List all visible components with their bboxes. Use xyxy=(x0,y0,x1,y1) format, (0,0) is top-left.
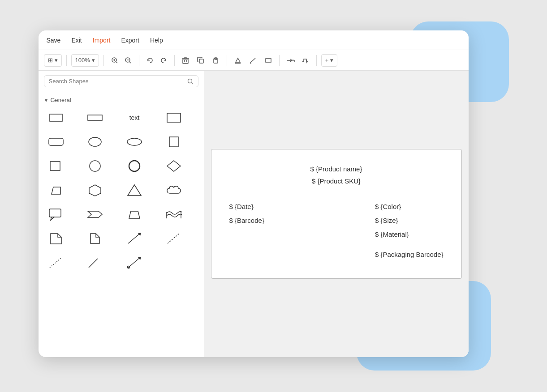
layout-button[interactable]: ⊞ ▾ xyxy=(44,54,62,67)
shape-line-diag1[interactable] xyxy=(122,229,146,248)
shape-ellipse[interactable] xyxy=(83,132,107,152)
sep7 xyxy=(316,55,317,66)
zoom-level-button[interactable]: 100% ▾ xyxy=(71,54,99,67)
svg-line-44 xyxy=(128,234,140,243)
diagram-material: $ {Material} xyxy=(375,228,444,240)
shape-square[interactable] xyxy=(162,132,186,152)
svg-rect-38 xyxy=(49,209,61,217)
svg-text:▾: ▾ xyxy=(293,59,295,63)
pen-button[interactable] xyxy=(247,54,259,67)
shape-text[interactable]: text xyxy=(122,108,146,128)
shape-square2[interactable] xyxy=(44,156,68,176)
rect-icon xyxy=(265,57,272,64)
svg-line-6 xyxy=(129,62,131,63)
menu-help[interactable]: Help xyxy=(149,35,164,46)
menu-bar: Save Exit Import Export Help xyxy=(39,30,469,50)
svg-marker-45 xyxy=(138,233,141,236)
menu-import[interactable]: Import xyxy=(92,35,112,46)
layout-dropdown-icon: ▾ xyxy=(55,57,58,64)
shape-doc1[interactable] xyxy=(44,229,68,248)
zoom-in-button[interactable] xyxy=(108,54,121,67)
undo-icon xyxy=(146,57,154,64)
shapes-row-4 xyxy=(44,180,198,200)
shape-small-rect[interactable] xyxy=(44,108,68,128)
zoom-out-button[interactable] xyxy=(122,54,134,67)
waypoint-button[interactable] xyxy=(299,54,312,67)
zoom-label: 100% xyxy=(75,57,90,64)
svg-point-22 xyxy=(188,79,192,83)
sidebar-scroll: ▼ General text xyxy=(39,92,204,357)
diagram-header: $ {Product name} $ {Product SKU} xyxy=(229,163,444,187)
shapes-row-6 xyxy=(44,229,198,248)
rect-button[interactable] xyxy=(262,54,275,67)
menu-exit[interactable]: Exit xyxy=(70,35,82,46)
sep1 xyxy=(66,55,67,66)
arrow-icon: ▾ xyxy=(286,57,295,64)
svg-line-49 xyxy=(128,258,140,268)
sep4 xyxy=(174,55,175,66)
shape-doc2[interactable] xyxy=(83,229,107,248)
shape-wide-ellipse[interactable] xyxy=(122,132,146,152)
diagram-size: $ {Size} xyxy=(375,214,444,226)
svg-marker-36 xyxy=(89,185,101,196)
arrow-button[interactable]: ▾ xyxy=(284,54,297,67)
section-general-header: ▼ General xyxy=(44,97,198,103)
shape-line-dashed[interactable] xyxy=(162,229,186,248)
search-box[interactable] xyxy=(44,75,198,87)
shape-chevron[interactable] xyxy=(83,205,107,224)
shape-outline-rect[interactable] xyxy=(162,108,186,128)
delete-icon xyxy=(182,57,189,64)
shapes-row-5 xyxy=(44,205,198,224)
section-general-label: General xyxy=(50,97,71,103)
diagram-left: $ {Date} $ {Barcode} xyxy=(229,200,264,260)
svg-point-33 xyxy=(129,161,140,171)
menu-save[interactable]: Save xyxy=(46,35,62,46)
diagram-packaging: $ {Packaging Barcode} xyxy=(375,248,444,260)
svg-rect-18 xyxy=(266,59,271,62)
section-collapse-icon[interactable]: ▼ xyxy=(44,98,49,103)
svg-rect-26 xyxy=(167,113,181,122)
svg-line-47 xyxy=(50,258,61,268)
svg-line-3 xyxy=(116,62,117,63)
delete-button[interactable] xyxy=(179,54,192,67)
shape-callout[interactable] xyxy=(44,205,68,224)
shape-line3[interactable] xyxy=(122,253,146,273)
paste-icon xyxy=(212,57,220,64)
svg-point-32 xyxy=(90,161,100,171)
svg-marker-39 xyxy=(51,217,54,220)
shape-wide-rect[interactable] xyxy=(83,108,107,128)
zoom-out-icon xyxy=(125,57,132,64)
search-input[interactable] xyxy=(49,78,185,85)
shapes-row-1: text xyxy=(44,108,198,128)
shape-circle[interactable] xyxy=(83,156,107,176)
diagram-body: $ {Date} $ {Barcode} $ {Color} $ {Size} … xyxy=(229,200,444,260)
shape-cloud[interactable] xyxy=(162,180,186,200)
fill-button[interactable] xyxy=(232,54,244,67)
svg-marker-35 xyxy=(52,187,60,194)
svg-point-28 xyxy=(89,137,101,146)
add-icon: + xyxy=(325,57,329,64)
add-button[interactable]: + ▾ xyxy=(321,54,338,67)
shape-rounded-rect[interactable] xyxy=(44,132,68,152)
shape-trapezoid[interactable] xyxy=(122,205,146,224)
zoom-dropdown-icon: ▾ xyxy=(92,57,95,64)
shape-line2[interactable] xyxy=(83,253,107,273)
diagram-card: $ {Product name} $ {Product SKU} $ {Date… xyxy=(211,149,462,279)
shape-wave[interactable] xyxy=(162,205,186,224)
body-area: ▼ General text xyxy=(39,71,469,357)
shape-parallelogram[interactable] xyxy=(44,180,68,200)
shape-line1[interactable] xyxy=(44,253,68,273)
svg-rect-25 xyxy=(88,115,102,120)
shape-diamond[interactable] xyxy=(162,156,186,176)
shape-triangle[interactable] xyxy=(122,180,146,200)
copy-button[interactable] xyxy=(194,54,207,67)
shape-circle-thick[interactable] xyxy=(122,156,146,176)
diagram-barcode: $ {Barcode} xyxy=(229,214,264,226)
menu-export[interactable]: Export xyxy=(120,35,140,46)
shape-hexagon[interactable] xyxy=(83,180,107,200)
canvas-area[interactable]: $ {Product name} $ {Product SKU} $ {Date… xyxy=(204,71,469,357)
undo-button[interactable] xyxy=(144,54,156,67)
redo-button[interactable] xyxy=(157,54,170,67)
fill-icon xyxy=(234,57,241,64)
paste-button[interactable] xyxy=(210,54,222,67)
